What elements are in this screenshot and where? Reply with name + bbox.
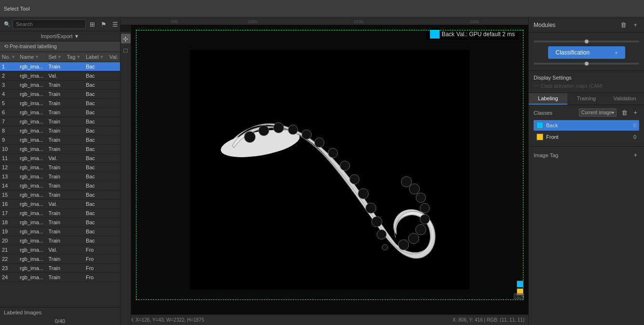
table-row[interactable]: 13 rgb_ima... Train Bac xyxy=(0,172,120,181)
svg-point-7 xyxy=(315,138,324,148)
cell-set: Val. xyxy=(47,200,65,209)
svg-point-22 xyxy=(409,184,420,194)
cell-val xyxy=(107,117,120,126)
table-row[interactable]: 1 rgb_ima... Train Bac xyxy=(0,62,120,71)
col-label[interactable]: Label▼ xyxy=(84,52,107,62)
col-name[interactable]: Name▼ xyxy=(18,52,47,62)
center-panel: ⊹ □ 500 1000 1500 2000 Back Val.: GPU de… xyxy=(121,17,528,325)
cell-val xyxy=(107,273,120,282)
cell-tag xyxy=(65,117,84,126)
classes-actions: 🗑 + xyxy=(619,108,639,117)
roi-tool-btn[interactable]: □ xyxy=(121,45,131,55)
search-input[interactable] xyxy=(13,19,86,29)
class-name: Back xyxy=(546,122,633,128)
tab-training[interactable]: Training xyxy=(567,93,606,105)
cell-tag xyxy=(65,145,84,154)
table-row[interactable]: 12 rgb_ima... Train Bac xyxy=(0,163,120,172)
cell-no: 20 xyxy=(0,236,18,245)
cell-label: Bac xyxy=(84,227,107,236)
cell-set: Train xyxy=(47,255,65,264)
table-row[interactable]: 8 rgb_ima... Train Bac xyxy=(0,126,120,135)
cell-set: Train xyxy=(47,62,65,71)
filter-icon-btn[interactable]: ⊞ xyxy=(88,20,97,29)
table-row[interactable]: 23 rgb_ima... Train Fro xyxy=(0,264,120,273)
cell-label: Bac xyxy=(84,71,107,81)
col-set[interactable]: Set▼ xyxy=(47,52,65,62)
table-row[interactable]: 16 rgb_ima... Val. Bac xyxy=(0,200,120,209)
table-row[interactable]: 22 rgb_ima... Train Fro xyxy=(0,255,120,264)
cell-set: Val. xyxy=(47,71,65,81)
col-val[interactable]: Val. xyxy=(107,52,120,62)
cell-tag xyxy=(65,62,84,71)
table-row[interactable]: 19 rgb_ima... Train Bac xyxy=(0,227,120,236)
list-icon-btn[interactable]: ☰ xyxy=(110,20,120,29)
table-row[interactable]: 24 rgb_ima... Train Fro xyxy=(0,273,120,282)
modules-delete-btn[interactable]: 🗑 xyxy=(618,20,629,29)
classification-button[interactable]: Classification ▾ xyxy=(548,46,625,59)
cell-no: 6 xyxy=(0,108,18,117)
cell-tag xyxy=(65,135,84,145)
cell-set: Train xyxy=(47,117,65,126)
import-export-bar: Import/Export ▼ xyxy=(0,31,120,41)
svg-point-23 xyxy=(401,176,412,187)
pretrained-bar[interactable]: ⟲ Pre-trained labelling xyxy=(0,41,120,52)
image-tag-add-btn[interactable]: + xyxy=(631,150,639,160)
table-row[interactable]: 9 rgb_ima... Train Bac xyxy=(0,135,120,145)
cell-label: Bac xyxy=(84,99,107,108)
classes-add-btn[interactable]: + xyxy=(631,108,639,117)
table-row[interactable]: 3 rgb_ima... Train Bac xyxy=(0,81,120,90)
tab-labeling[interactable]: Labeling xyxy=(529,93,567,105)
table-row[interactable]: 10 rgb_ima... Train Bac xyxy=(0,145,120,154)
modules-title: Modules xyxy=(534,22,555,28)
col-tag[interactable]: Tag▼ xyxy=(65,52,84,62)
table-row[interactable]: 6 rgb_ima... Train Bac xyxy=(0,108,120,117)
cell-no: 10 xyxy=(0,145,18,154)
table-row[interactable]: 20 rgb_ima... Train Bac xyxy=(0,236,120,245)
viewer-inner[interactable]: Back Val.: GPU default 2 ms xyxy=(131,25,528,314)
table-row[interactable]: 5 rgb_ima... Train Bac xyxy=(0,99,120,108)
keyboard-icon: ⌨ xyxy=(513,292,524,301)
table-row[interactable]: 17 rgb_ima... Train Bac xyxy=(0,209,120,218)
class-item[interactable]: Back 0 xyxy=(534,120,639,131)
tab-validation[interactable]: Validation xyxy=(605,93,644,105)
modules-add-btn[interactable]: + xyxy=(631,20,639,29)
cell-set: Train xyxy=(47,163,65,172)
classes-header: Classes Current image▾ 🗑 + xyxy=(534,108,639,117)
bottom-slider[interactable] xyxy=(534,63,639,65)
table-row[interactable]: 7 rgb_ima... Train Bac xyxy=(0,117,120,126)
classes-dropdown[interactable]: Current image▾ xyxy=(579,108,617,117)
table-row[interactable]: 4 rgb_ima... Train Bac xyxy=(0,90,120,99)
cell-name: rgb_ima... xyxy=(18,181,47,190)
cell-val xyxy=(107,245,120,255)
import-export-button[interactable]: Import/Export ▼ xyxy=(41,33,80,39)
table-row[interactable]: 2 rgb_ima... Val. Bac xyxy=(0,71,120,81)
cell-no: 3 xyxy=(0,81,18,90)
table-row[interactable]: 18 rgb_ima... Train Bac xyxy=(0,218,120,227)
col-no[interactable]: No.▼ xyxy=(0,52,18,62)
cell-tag xyxy=(65,227,84,236)
classification-section: Classification ▾ xyxy=(529,33,644,71)
cell-name: rgb_ima... xyxy=(18,108,47,117)
cell-no: 18 xyxy=(0,218,18,227)
table-row[interactable]: 21 rgb_ima... Val. Fro xyxy=(0,245,120,255)
class-item[interactable]: Front 0 xyxy=(534,132,639,142)
classes-title: Classes xyxy=(534,110,552,116)
cell-name: rgb_ima... xyxy=(18,135,47,145)
tag-icon-btn[interactable]: ⚑ xyxy=(99,20,108,29)
classes-dropdown-label: Current image▾ xyxy=(581,110,614,115)
image-tag-section: Image Tag + xyxy=(529,146,644,163)
table-row[interactable]: 14 rgb_ima... Train Bac xyxy=(0,181,120,190)
svg-point-11 xyxy=(358,189,369,199)
select-tool-btn[interactable]: ⊹ xyxy=(121,34,131,43)
cell-set: Train xyxy=(47,135,65,145)
cell-val xyxy=(107,135,120,145)
cell-name: rgb_ima... xyxy=(18,255,47,264)
svg-point-2 xyxy=(244,131,255,142)
label-bar: Back Val.: GPU default 2 ms xyxy=(426,29,519,40)
top-slider[interactable] xyxy=(534,41,639,42)
table-row[interactable]: 11 rgb_ima... Val. Bac xyxy=(0,154,120,163)
table-row[interactable]: 15 rgb_ima... Train Bac xyxy=(0,190,120,200)
svg-point-10 xyxy=(349,175,359,184)
classes-delete-btn[interactable]: 🗑 xyxy=(619,108,630,117)
svg-point-20 xyxy=(420,203,429,213)
